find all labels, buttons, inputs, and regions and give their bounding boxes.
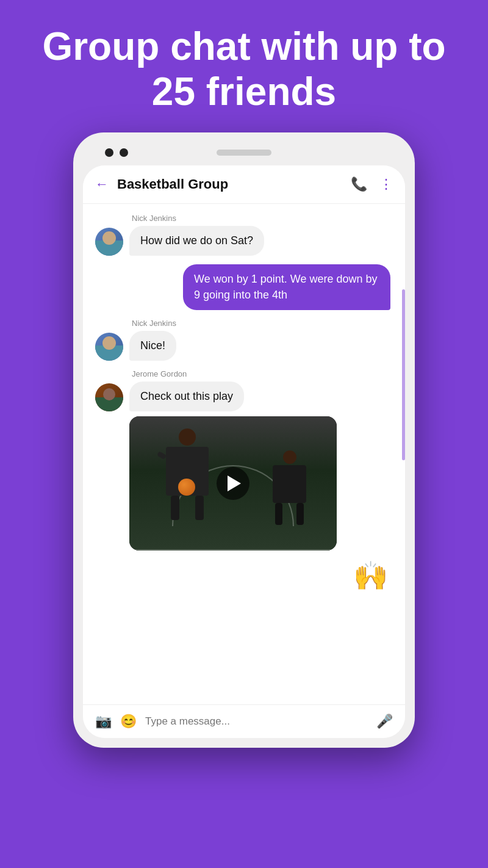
emoji-icon[interactable]: 😊 xyxy=(120,714,137,729)
back-button[interactable]: ← xyxy=(95,176,109,192)
camera-icon[interactable]: 📷 xyxy=(95,714,112,729)
more-options-icon[interactable]: ⋮ xyxy=(379,176,393,192)
sender-name-nick1: Nick Jenkins xyxy=(132,214,393,223)
sender-name-nick2: Nick Jenkins xyxy=(132,319,393,328)
emoji-reaction: 🙌 xyxy=(95,559,393,592)
phone-notch xyxy=(83,145,405,161)
message-group-1: Nick Jenkins How did we do on Sat? xyxy=(95,214,393,256)
message-row-1: How did we do on Sat? xyxy=(95,226,393,256)
message-bubble-2: We won by 1 point. We were down by 9 goi… xyxy=(183,264,390,309)
phone-speaker xyxy=(217,150,271,156)
message-row-3: Nice! xyxy=(95,331,393,361)
raise-hands-emoji: 🙌 xyxy=(353,559,388,592)
message-input-bar: 📷 😊 🎤 xyxy=(83,704,405,738)
message-group-3: Nick Jenkins Nice! xyxy=(95,319,393,361)
sender-name-jerome: Jerome Gordon xyxy=(132,369,393,378)
chat-body: Nick Jenkins How did we do on Sat? We wo… xyxy=(83,204,405,704)
play-triangle-icon xyxy=(228,476,241,491)
scroll-indicator xyxy=(402,289,405,460)
message-input[interactable] xyxy=(145,715,368,728)
phone-call-icon[interactable]: 📞 xyxy=(351,176,367,192)
avatar-jerome xyxy=(95,383,123,411)
camera-dot-right xyxy=(120,148,128,157)
header-actions: 📞 ⋮ xyxy=(351,176,393,192)
camera-dot-left xyxy=(105,148,113,157)
message-row-2: We won by 1 point. We were down by 9 goi… xyxy=(95,264,393,309)
player-figure-2 xyxy=(273,465,306,532)
message-group-2: We won by 1 point. We were down by 9 goi… xyxy=(95,264,393,309)
hero-title: Group chat with up to 25 friends xyxy=(0,0,488,132)
phone-screen: ← Basketball Group 📞 ⋮ Nick Jenkins How … xyxy=(83,165,405,738)
player-body-2 xyxy=(273,465,306,503)
message-bubble-1: How did we do on Sat? xyxy=(129,226,264,256)
basketball xyxy=(178,479,195,496)
phone-mockup: ← Basketball Group 📞 ⋮ Nick Jenkins How … xyxy=(73,132,415,748)
hero-section: Group chat with up to 25 friends xyxy=(0,0,488,132)
video-play-button[interactable] xyxy=(217,467,249,500)
player-head-1 xyxy=(179,429,196,446)
message-row-4: Check out this play xyxy=(95,382,393,411)
message-bubble-3: Nice! xyxy=(129,331,176,361)
phone-cameras xyxy=(105,148,128,157)
message-bubble-4: Check out this play xyxy=(129,382,244,411)
avatar-nick2 xyxy=(95,333,123,361)
message-group-4: Jerome Gordon Check out this play xyxy=(95,369,393,551)
avatar-nick1 xyxy=(95,228,123,256)
chat-header: ← Basketball Group 📞 ⋮ xyxy=(83,165,405,204)
video-attachment[interactable] xyxy=(129,416,337,551)
player-head-2 xyxy=(283,450,296,464)
court-line xyxy=(129,549,337,551)
chat-title: Basketball Group xyxy=(117,176,351,192)
mic-icon[interactable]: 🎤 xyxy=(376,714,393,729)
